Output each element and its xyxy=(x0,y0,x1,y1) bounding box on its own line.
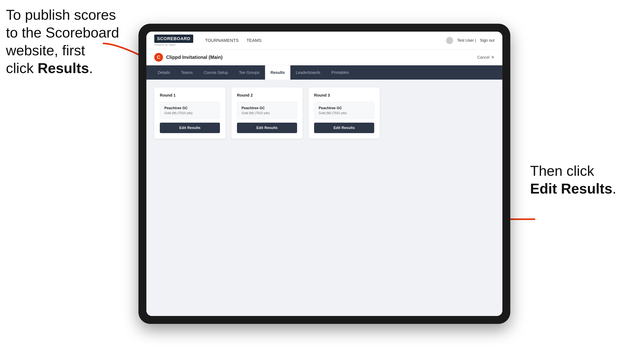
tab-teams[interactable]: Teams xyxy=(176,65,198,80)
rounds-grid: Round 1 Peachtree GC Gold (M) (7010 yds)… xyxy=(154,87,494,139)
cancel-button[interactable]: Cancel ✕ xyxy=(477,55,494,60)
instruction-left: To publish scores to the Scoreboard webs… xyxy=(6,6,119,77)
course-name-3: Peachtree GC xyxy=(319,106,370,110)
logo-text: SCOREBOARD xyxy=(157,36,190,41)
close-icon: ✕ xyxy=(491,55,494,60)
tab-leaderboards[interactable]: Leaderboards xyxy=(290,65,326,80)
tournament-header: C Clippd Invitational (Main) Cancel ✕ xyxy=(146,49,502,65)
tournament-title-area: C Clippd Invitational (Main) xyxy=(154,53,222,62)
instruction-right: Then click Edit Results. xyxy=(530,162,616,197)
top-nav-right: Test User | Sign out xyxy=(446,37,494,44)
logo-box: SCOREBOARD xyxy=(154,34,193,43)
nav-tournaments[interactable]: TOURNAMENTS xyxy=(205,37,239,44)
course-card-1: Peachtree GC Gold (M) (7010 yds) xyxy=(160,102,220,119)
instruction-right-line2: Edit Results. xyxy=(530,181,616,196)
tablet-frame: SCOREBOARD Powered by clippd TOURNAMENTS… xyxy=(138,24,510,324)
sign-out-link[interactable]: Sign out xyxy=(480,38,494,43)
instruction-line2: to the Scoreboard xyxy=(6,25,119,40)
course-name-1: Peachtree GC xyxy=(164,106,216,110)
instruction-line4: click Results. xyxy=(6,60,93,76)
tab-details[interactable]: Details xyxy=(152,65,176,80)
tab-tee-groups[interactable]: Tee Groups xyxy=(234,65,265,80)
user-text: Test User | xyxy=(457,38,476,43)
tab-printables[interactable]: Printables xyxy=(326,65,354,80)
tab-course-setup[interactable]: Course Setup xyxy=(198,65,234,80)
logo-sub: Powered by clippd xyxy=(154,43,193,46)
tournament-name: Clippd Invitational (Main) xyxy=(166,54,222,60)
edit-results-button-1[interactable]: Edit Results xyxy=(160,123,220,133)
logo-area: SCOREBOARD Powered by clippd xyxy=(154,34,193,46)
course-card-3: Peachtree GC Gold (M) (7010 yds) xyxy=(314,102,374,119)
course-card-2: Peachtree GC Gold (M) (7010 yds) xyxy=(237,102,297,119)
main-content: Round 1 Peachtree GC Gold (M) (7010 yds)… xyxy=(146,80,502,316)
c-logo: C xyxy=(154,53,163,62)
round-3-title: Round 3 xyxy=(314,93,374,98)
course-name-2: Peachtree GC xyxy=(242,106,292,110)
edit-results-button-2[interactable]: Edit Results xyxy=(237,123,297,133)
round-1-title: Round 1 xyxy=(160,93,220,98)
tab-results[interactable]: Results xyxy=(265,65,290,80)
edit-results-button-3[interactable]: Edit Results xyxy=(314,123,374,133)
nav-teams[interactable]: TEAMS xyxy=(246,37,262,44)
round-card-2: Round 2 Peachtree GC Gold (M) (7010 yds)… xyxy=(232,87,302,139)
round-2-title: Round 2 xyxy=(237,93,297,98)
round-card-3: Round 3 Peachtree GC Gold (M) (7010 yds)… xyxy=(308,87,380,139)
sub-nav: Details Teams Course Setup Tee Groups Re… xyxy=(146,65,502,80)
round-card-1: Round 1 Peachtree GC Gold (M) (7010 yds)… xyxy=(154,87,226,139)
instruction-right-line1: Then click xyxy=(530,163,594,179)
instruction-line1: To publish scores xyxy=(6,7,116,23)
user-avatar xyxy=(446,37,453,44)
top-nav: SCOREBOARD Powered by clippd TOURNAMENTS… xyxy=(146,32,502,49)
instruction-line3: website, first xyxy=(6,42,85,58)
course-details-3: Gold (M) (7010 yds) xyxy=(319,111,370,115)
tablet-screen: SCOREBOARD Powered by clippd TOURNAMENTS… xyxy=(146,32,502,316)
top-nav-links: TOURNAMENTS TEAMS xyxy=(205,37,446,44)
course-details-2: Gold (M) (7010 yds) xyxy=(242,111,292,115)
course-details-1: Gold (M) (7010 yds) xyxy=(164,111,216,115)
